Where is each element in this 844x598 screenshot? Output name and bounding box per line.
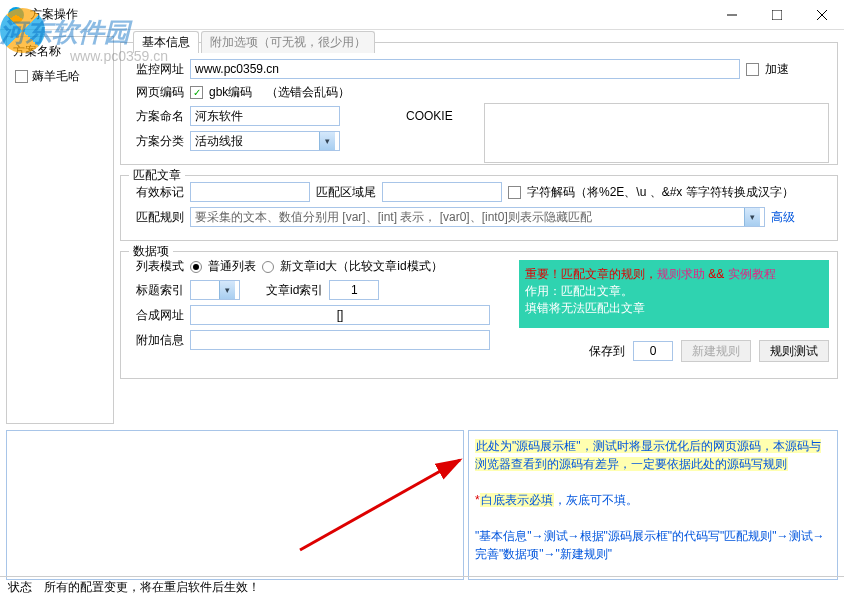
accel-checkbox[interactable] xyxy=(746,63,759,76)
mark-label: 有效标记 xyxy=(129,184,184,201)
svg-rect-1 xyxy=(772,10,782,20)
scheme-list-item[interactable]: 薅羊毛哈 xyxy=(11,66,109,87)
watermark-url: www.pc0359.cn xyxy=(70,48,168,64)
tail-label: 匹配区域尾 xyxy=(316,184,376,201)
compose-label: 合成网址 xyxy=(129,307,184,324)
article-idx-label: 文章id索引 xyxy=(266,282,323,299)
save-to-label: 保存到 xyxy=(589,343,625,360)
mark-input[interactable] xyxy=(190,182,310,202)
scheme-item-label: 薅羊毛哈 xyxy=(32,68,80,85)
watermark-text: 河东软件园 xyxy=(0,15,130,50)
status-text: 所有的配置变更，将在重启软件后生效！ xyxy=(44,579,260,596)
save-to-input[interactable] xyxy=(633,341,673,361)
title-idx-select[interactable]: ▾ xyxy=(190,280,240,300)
new-rule-button[interactable]: 新建规则 xyxy=(681,340,751,362)
match-legend: 匹配文章 xyxy=(129,167,185,184)
scheme-name-label: 方案命名 xyxy=(129,108,184,125)
scheme-checkbox[interactable] xyxy=(15,70,28,83)
mode-normal-radio[interactable] xyxy=(190,261,202,273)
gbk-label: gbk编码 xyxy=(209,84,252,101)
encode-label: 网页编码 xyxy=(129,84,184,101)
mode-new-label: 新文章id大（比较文章id模式） xyxy=(280,258,443,275)
status-label: 状态 xyxy=(8,579,32,596)
scheme-list-panel: 方案名称 薅羊毛哈 xyxy=(6,36,114,424)
maximize-button[interactable] xyxy=(754,0,799,30)
cookie-textarea[interactable] xyxy=(484,103,829,163)
mode-normal-label: 普通列表 xyxy=(208,258,256,275)
encode-hint: （选错会乱码） xyxy=(266,84,350,101)
hint-box: 重要！匹配文章的规则，规则求助 && 实例教程 作用：匹配出文章。 填错将无法匹… xyxy=(519,260,829,328)
close-button[interactable] xyxy=(799,0,844,30)
tail-input[interactable] xyxy=(382,182,502,202)
chevron-down-icon: ▾ xyxy=(219,281,235,299)
title-idx-label: 标题索引 xyxy=(129,282,184,299)
gbk-checkbox[interactable]: ✓ xyxy=(190,86,203,99)
decode-checkbox[interactable] xyxy=(508,186,521,199)
url-input[interactable] xyxy=(190,59,740,79)
status-bar: 状态 所有的配置变更，将在重启软件后生效！ xyxy=(0,576,844,598)
accel-label: 加速 xyxy=(765,61,789,78)
cookie-label: COOKIE xyxy=(406,109,453,123)
data-legend: 数据项 xyxy=(129,243,173,260)
source-display-box[interactable] xyxy=(6,430,464,580)
basic-info-group: 基本信息 附加选项（可无视，很少用） 监控网址 加速 网页编码 ✓ gbk编码 … xyxy=(120,42,838,165)
chevron-down-icon: ▾ xyxy=(744,208,760,226)
rule-label: 匹配规则 xyxy=(129,209,184,226)
mode-label: 列表模式 xyxy=(129,258,184,275)
extra-info-input[interactable] xyxy=(190,330,490,350)
article-idx-input[interactable] xyxy=(329,280,379,300)
compose-input[interactable] xyxy=(190,305,490,325)
test-rule-button[interactable]: 规则测试 xyxy=(759,340,829,362)
advanced-link[interactable]: 高级 xyxy=(771,209,795,226)
match-article-group: 匹配文章 有效标记 匹配区域尾 字符解码（将%2E、\u 、&#x 等字符转换成… xyxy=(120,175,838,241)
minimize-button[interactable] xyxy=(709,0,754,30)
help-info-box: 此处为"源码展示框"，测试时将显示优化后的网页源码，本源码与浏览器查看到的源码有… xyxy=(468,430,838,580)
decode-label: 字符解码（将%2E、\u 、&#x 等字符转换成汉字） xyxy=(527,184,794,201)
rule-input[interactable]: 要采集的文本、数值分别用 [var]、[int] 表示， [var0]、[int… xyxy=(190,207,765,227)
extra-info-label: 附加信息 xyxy=(129,332,184,349)
scheme-name-input[interactable] xyxy=(190,106,340,126)
chevron-down-icon: ▾ xyxy=(319,132,335,150)
category-label: 方案分类 xyxy=(129,133,184,150)
category-select[interactable]: 活动线报 ▾ xyxy=(190,131,340,151)
data-item-group: 数据项 列表模式 普通列表 新文章id大（比较文章id模式） 标题索引 ▾ 文章… xyxy=(120,251,838,379)
tab-extra[interactable]: 附加选项（可无视，很少用） xyxy=(201,31,375,53)
mode-new-radio[interactable] xyxy=(262,261,274,273)
